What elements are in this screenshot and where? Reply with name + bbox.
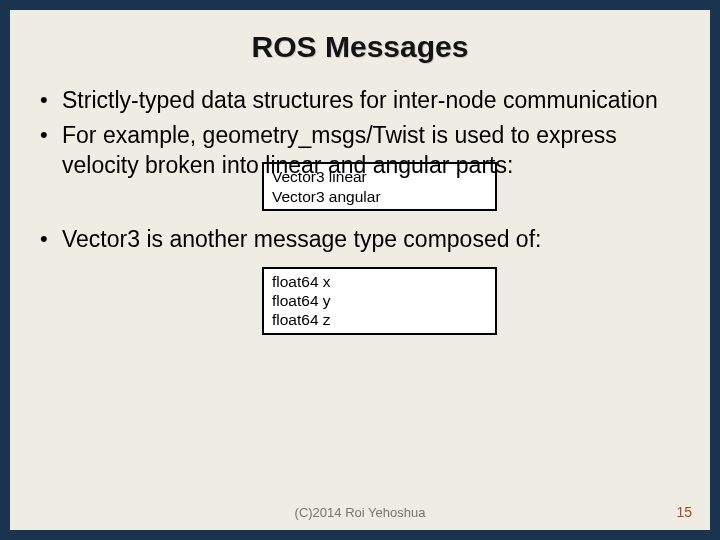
- bullet-list: Vector3 is another message type composed…: [38, 225, 682, 254]
- code-line: float64 z: [272, 310, 487, 329]
- page-number: 15: [676, 504, 692, 520]
- slide: ROS Messages Strictly-typed data structu…: [10, 10, 710, 530]
- bullet-item: For example, geometry_msgs/Twist is used…: [38, 121, 682, 180]
- code-box-vector3: float64 x float64 y float64 z: [262, 267, 497, 335]
- slide-title: ROS Messages: [38, 30, 682, 64]
- code-line: float64 x: [272, 272, 487, 291]
- bullet-item: Vector3 is another message type composed…: [38, 225, 682, 254]
- bullet-list: Strictly-typed data structures for inter…: [38, 86, 682, 180]
- code-line: Vector3 angular: [272, 187, 487, 206]
- code-line: float64 y: [272, 291, 487, 310]
- footer-copyright: (C)2014 Roi Yehoshua: [10, 505, 710, 520]
- bullet-item: Strictly-typed data structures for inter…: [38, 86, 682, 115]
